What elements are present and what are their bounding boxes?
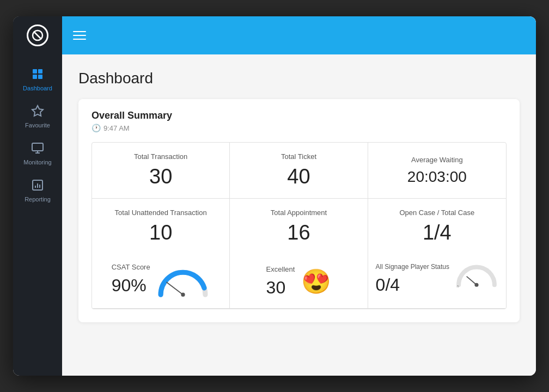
summary-time-value: 9:47 AM <box>103 124 130 132</box>
favourite-label: Favourite <box>25 122 50 128</box>
stat-csat: CSAT Score 90% <box>92 254 230 309</box>
csat-label: CSAT Score <box>112 263 150 271</box>
sidebar-item-monitoring[interactable]: Monitoring <box>13 134 62 171</box>
sidebar-item-dashboard[interactable]: Dashboard <box>13 60 62 97</box>
stat-value-appointment: 16 <box>287 221 310 244</box>
summary-card: Overall Summary 🕐 9:47 AM Total Transact… <box>78 99 520 322</box>
signage-text: All Signage Player Status 0/4 <box>376 263 449 295</box>
stat-value-total-ticket: 40 <box>287 165 310 188</box>
summary-title: Overall Summary <box>91 110 172 121</box>
stat-open-case: Open Case / Total Case 1/4 <box>368 199 506 254</box>
csat-value: 90% <box>112 275 150 296</box>
svg-rect-5 <box>38 75 42 79</box>
stat-signage: All Signage Player Status 0/4 0 <box>368 254 506 309</box>
monitoring-icon <box>31 142 44 157</box>
dashboard-icon <box>31 68 44 83</box>
summary-header: Overall Summary <box>91 110 507 121</box>
app-logo <box>27 24 48 46</box>
menu-button[interactable] <box>73 31 86 40</box>
stat-label-appointment: Total Appointment <box>271 209 327 217</box>
stat-total-ticket: Total Ticket 40 <box>230 143 368 199</box>
signage-value: 0/4 <box>376 275 449 295</box>
clock-icon: 🕐 <box>91 124 101 132</box>
csat-text: CSAT Score 90% <box>112 263 150 296</box>
stats-grid: Total Transaction 30 Total Ticket 40 Ave… <box>91 142 507 309</box>
svg-point-19 <box>474 283 478 287</box>
svg-rect-7 <box>32 143 43 151</box>
reporting-icon <box>31 179 44 194</box>
excellent-text: Excellent 30 <box>266 265 295 298</box>
stat-unattended: Total Unattended Transaction 10 <box>92 199 230 254</box>
svg-rect-2 <box>33 69 37 74</box>
svg-rect-3 <box>38 69 42 74</box>
csat-gauge: 1 100 <box>156 267 210 299</box>
stat-value-avg-waiting: 20:03:00 <box>407 168 467 186</box>
sidebar-item-reporting[interactable]: Reporting <box>13 171 62 208</box>
topbar <box>62 16 536 54</box>
page-title: Dashboard <box>78 70 520 87</box>
stat-label-unattended: Total Unattended Transaction <box>115 209 207 217</box>
svg-text:0: 0 <box>457 285 459 288</box>
excellent-label: Excellent <box>266 265 295 273</box>
signage-gauge-svg: 0 <box>455 263 498 287</box>
stat-excellent: Excellent 30 😍 <box>230 254 368 309</box>
dashboard-label: Dashboard <box>23 85 52 91</box>
sidebar-nav: Dashboard Favourite <box>13 54 62 208</box>
stat-value-open-case: 1/4 <box>423 221 452 244</box>
svg-line-1 <box>34 32 41 39</box>
sidebar: Dashboard Favourite <box>13 16 62 376</box>
svg-rect-4 <box>33 75 37 79</box>
svg-point-15 <box>181 293 185 297</box>
stat-label-open-case: Open Case / Total Case <box>399 209 474 217</box>
svg-marker-6 <box>32 106 43 116</box>
reporting-label: Reporting <box>25 196 51 203</box>
csat-gauge-svg: 1 100 <box>156 267 210 297</box>
signage-label: All Signage Player Status <box>376 263 449 271</box>
stat-total-transaction: Total Transaction 30 <box>92 143 230 199</box>
stat-appointment: Total Appointment 16 <box>230 199 368 254</box>
stat-average-waiting: Average Waiting 20:03:00 <box>368 143 506 199</box>
summary-time: 🕐 9:47 AM <box>91 124 507 132</box>
favourite-icon <box>31 105 44 120</box>
signage-gauge: 0 <box>455 263 498 290</box>
stat-value-unattended: 10 <box>149 221 172 244</box>
sidebar-logo <box>13 16 62 54</box>
stat-value-total-transaction: 30 <box>149 165 172 188</box>
svg-line-14 <box>167 283 183 295</box>
monitoring-label: Monitoring <box>23 159 51 166</box>
content-area: Dashboard Overall Summary 🕐 9:47 AM Tota… <box>62 54 536 376</box>
stat-label-total-transaction: Total Transaction <box>134 152 187 161</box>
stat-label-total-ticket: Total Ticket <box>281 152 316 161</box>
excellent-value: 30 <box>266 278 295 298</box>
excellent-emoji: 😍 <box>301 267 331 296</box>
sidebar-item-favourite[interactable]: Favourite <box>13 97 62 134</box>
stat-label-avg-waiting: Average Waiting <box>411 156 463 164</box>
main-area: Dashboard Overall Summary 🕐 9:47 AM Tota… <box>62 16 536 376</box>
